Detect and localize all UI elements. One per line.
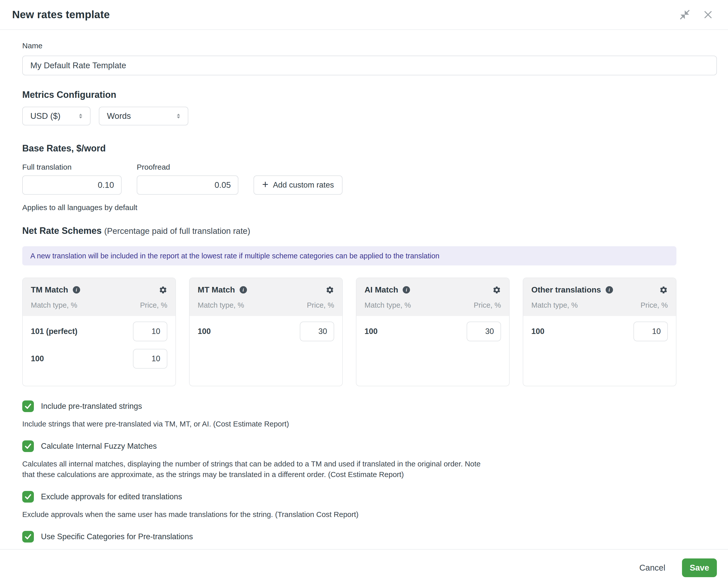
dialog-footer: Cancel Save [0,549,728,586]
scheme-row: 100 [31,349,167,368]
option-description: Include strings that were pre-translated… [22,418,490,429]
sort-arrows-icon [175,112,182,120]
price-column: Price, % [307,301,334,309]
match-type-column: Match type, % [198,301,244,309]
collapse-button[interactable] [679,9,691,21]
option-include-pretranslated: Include pre-translated strings Include s… [22,401,717,429]
info-icon[interactable]: i [403,286,410,294]
gear-button[interactable] [492,286,501,294]
net-rate-schemes-subtitle: (Percentage paid of full translation rat… [104,226,250,236]
price-column: Price, % [140,301,167,309]
check-icon [24,442,32,451]
metrics-selects: USD ($) Words [22,107,717,125]
price-column: Price, % [641,301,668,309]
check-icon [24,402,32,411]
card-body: 100 [357,316,509,386]
price-input[interactable] [300,322,334,341]
card-title: TM Match [31,285,68,295]
gear-button[interactable] [326,286,334,294]
price-input[interactable] [133,349,167,368]
match-type-label: 100 [31,354,44,363]
info-banner-text: A new translation will be included in th… [30,252,439,260]
scheme-row: 101 (perfect) [31,322,167,341]
base-rates-heading: Base Rates, $/word [22,143,717,154]
match-type-label: 100 [198,327,211,336]
add-custom-rates-button[interactable]: + Add custom rates [254,175,342,195]
card-body: 100 [189,316,342,386]
add-custom-rates-label: Add custom rates [273,180,334,189]
proofread-label: Proofread [137,163,238,171]
unit-value: Words [107,111,131,121]
match-type-label: 100 [531,327,545,336]
card-mt-match: MT Match i Match type, % Price, % 100 [189,278,343,386]
sort-arrows-icon [77,112,84,120]
options-section: Include pre-translated strings Include s… [22,401,717,570]
option-description: Exclude approvals when the same user has… [22,509,490,520]
gear-icon [492,286,501,294]
base-rates-labels: Full translation Proofread [22,163,717,171]
option-label: Use Specific Categories for Pre-translat… [41,532,193,541]
base-rates-note: Applies to all languages by default [22,203,717,212]
plus-icon: + [262,179,268,190]
price-input[interactable] [467,322,501,341]
option-exclude-approvals: Exclude approvals for edited translation… [22,491,717,520]
proofread-input[interactable] [137,175,238,195]
check-icon [24,492,32,501]
net-rate-schemes-heading: Net Rate Schemes(Percentage paid of full… [22,226,717,236]
header-actions [679,9,714,21]
dialog-title: New rates template [12,8,110,21]
net-rate-schemes-title: Net Rate Schemes [22,226,102,236]
save-button[interactable]: Save [682,558,717,577]
price-input[interactable] [133,322,167,341]
price-column: Price, % [474,301,501,309]
base-rates-inputs: + Add custom rates [22,175,717,195]
currency-select[interactable]: USD ($) [22,107,90,125]
collapse-icon [679,9,690,20]
card-ai-match: AI Match i Match type, % Price, % 100 [356,278,510,386]
match-type-column: Match type, % [364,301,411,309]
card-body: 100 [523,316,676,386]
price-input[interactable] [633,322,668,341]
close-icon [703,9,713,20]
exclude-approvals-checkbox[interactable] [22,491,34,503]
info-icon[interactable]: i [73,286,80,294]
specific-categories-checkbox[interactable] [22,531,34,542]
option-label: Exclude approvals for edited translation… [41,492,182,501]
card-header: MT Match i Match type, % Price, % [189,278,342,316]
currency-value: USD ($) [30,111,60,121]
metrics-heading: Metrics Configuration [22,90,717,100]
name-label: Name [22,42,717,50]
scheme-row: 100 [364,322,501,341]
gear-button[interactable] [659,286,668,294]
info-icon[interactable]: i [606,286,613,294]
option-label: Calculate Internal Fuzzy Matches [41,442,157,451]
card-title: AI Match [364,285,398,295]
dialog-header: New rates template [0,0,728,30]
internal-fuzzy-matches-checkbox[interactable] [22,440,34,452]
card-tm-match: TM Match i Match type, % Price, % 101 (p… [22,278,176,386]
scheme-cards: TM Match i Match type, % Price, % 101 (p… [22,278,676,386]
option-description: Calculates all internal matches, display… [22,459,490,480]
scheme-row: 100 [531,322,668,341]
info-banner: A new translation will be included in th… [22,246,676,265]
match-type-label: 100 [364,327,378,336]
name-input[interactable] [22,56,717,75]
check-icon [24,532,32,541]
card-body: 101 (perfect) 100 [23,316,176,386]
full-translation-input[interactable] [22,175,122,195]
card-title: MT Match [198,285,235,295]
info-icon[interactable]: i [240,286,247,294]
card-header: AI Match i Match type, % Price, % [357,278,509,316]
card-header: TM Match i Match type, % Price, % [23,278,176,316]
option-label: Include pre-translated strings [41,402,142,411]
unit-select[interactable]: Words [99,107,188,125]
card-other-translations: Other translations i Match type, % Price… [523,278,676,386]
include-pretranslated-checkbox[interactable] [22,401,34,412]
close-button[interactable] [702,9,714,21]
match-type-label: 101 (perfect) [31,327,77,336]
card-title: Other translations [531,285,601,295]
gear-icon [326,286,334,294]
card-header: Other translations i Match type, % Price… [523,278,676,316]
cancel-button[interactable]: Cancel [639,563,665,572]
gear-button[interactable] [159,286,167,294]
